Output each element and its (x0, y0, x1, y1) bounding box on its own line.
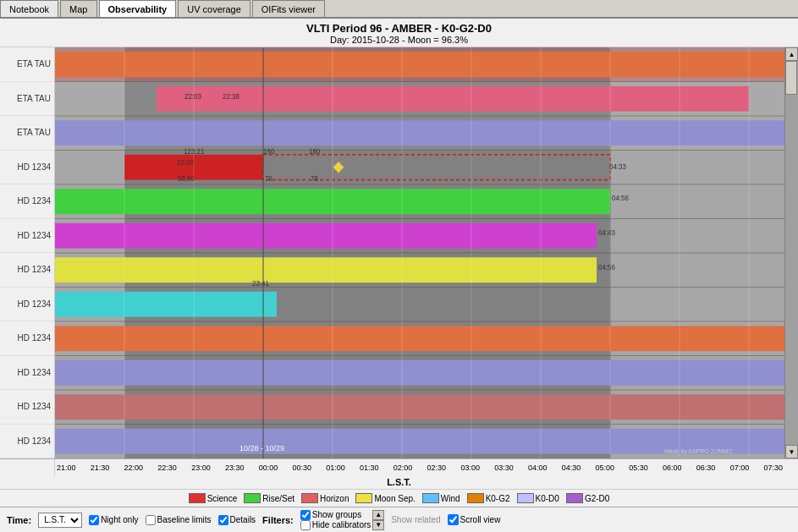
filter-up-button[interactable]: ▲ (372, 510, 384, 520)
svg-text:04:56: 04:56 (598, 264, 615, 271)
filter-scroll-buttons: ▲ ▼ (372, 510, 384, 530)
details-checkbox-item[interactable]: Details (218, 515, 256, 525)
tab-observability[interactable]: Observability (99, 0, 177, 17)
scroll-track (785, 61, 798, 445)
legend-k0d0-box (517, 493, 534, 503)
svg-text:58,60: 58,60 (178, 175, 195, 183)
scroll-view-item[interactable]: Scroll view (448, 514, 501, 525)
svg-text:22:03: 22:03 (184, 93, 201, 101)
svg-text:10/28 - 10/29: 10/28 - 10/29 (239, 444, 284, 452)
y-label-8: HD 1234 (0, 321, 54, 356)
legend-k0g2-box (467, 493, 484, 503)
scroll-view-checkbox[interactable] (448, 514, 459, 525)
title-area: VLTI Period 96 - AMBER - K0-G2-D0 Day: 2… (0, 19, 798, 47)
svg-rect-30 (55, 292, 277, 317)
y-label-5: HD 1234 (0, 219, 54, 254)
tab-uv-coverage[interactable]: UV coverage (178, 0, 250, 17)
title-line2: Day: 2015-10-28 - Moon = 96.3% (0, 35, 798, 45)
time-select[interactable]: L.S.T. U.T. (38, 513, 82, 528)
night-only-checkbox-item[interactable]: Night only (89, 515, 138, 525)
main-panel: VLTI Period 96 - AMBER - K0-G2-D0 Day: 2… (0, 19, 798, 532)
svg-rect-27 (55, 257, 597, 282)
x-axis-container: 21:00 21:30 22:00 22:30 23:00 23:30 00:0… (0, 458, 798, 475)
legend-riseset-box (244, 493, 261, 503)
title-line1: VLTI Period 96 - AMBER - K0-G2-D0 (0, 22, 798, 35)
legend-science: Science (189, 493, 238, 503)
y-label-3: HD 1234 (0, 151, 54, 185)
tab-map[interactable]: Map (60, 0, 96, 17)
legend: Science Rise/Set Horizon Moon Sep. Wind … (0, 489, 798, 507)
legend-g2d0: G2-D0 (566, 493, 609, 503)
y-label-1: ETA TAU (0, 82, 54, 117)
hide-calibrators-item[interactable]: Hide calibrators (300, 520, 371, 530)
y-label-2: ETA TAU (0, 116, 54, 151)
svg-text:22:38: 22:38 (223, 93, 239, 101)
chart-svg: 123,21 150 180 58,60 76 78 04:33 22:00 0… (55, 47, 784, 458)
legend-riseset: Rise/Set (244, 493, 294, 503)
svg-rect-5 (157, 86, 749, 112)
hide-calibrators-checkbox[interactable] (300, 520, 311, 530)
baseline-limits-label: Baseline limits (157, 515, 212, 524)
svg-rect-33 (55, 326, 784, 351)
y-label-6: HD 1234 (0, 253, 54, 288)
bottom-bar: Time: L.S.T. U.T. Night only Baseline li… (0, 507, 798, 532)
scroll-down-button[interactable]: ▼ (785, 445, 798, 458)
y-label-4: HD 1234 (0, 184, 54, 219)
legend-k0d0: K0-D0 (517, 493, 559, 503)
svg-text:Made by ASPRO 2/JMMC: Made by ASPRO 2/JMMC (664, 447, 733, 454)
scroll-thumb[interactable] (785, 61, 797, 95)
y-label-0: ETA TAU (0, 47, 54, 82)
y-label-10: HD 1234 (0, 390, 54, 425)
scroll-up-button[interactable]: ▲ (785, 47, 798, 61)
svg-text:123,21: 123,21 (184, 148, 205, 156)
tab-notebook[interactable]: Notebook (0, 0, 58, 17)
svg-text:22:00: 22:00 (177, 158, 194, 166)
svg-rect-37 (55, 394, 784, 420)
legend-horizon-box (301, 493, 318, 503)
baseline-limits-checkbox-item[interactable]: Baseline limits (146, 515, 212, 525)
svg-rect-3 (55, 52, 784, 77)
time-dropdown[interactable]: L.S.T. U.T. (38, 513, 82, 528)
svg-rect-24 (55, 223, 597, 249)
time-label: Time: (7, 515, 31, 525)
y-axis: ETA TAU ETA TAU ETA TAU HD 1234 HD 1234 … (0, 47, 55, 458)
svg-text:150: 150 (263, 148, 275, 156)
filter-down-button[interactable]: ▼ (372, 520, 384, 530)
legend-wind: Wind (422, 493, 460, 503)
svg-rect-35 (55, 360, 784, 386)
details-label: Details (230, 515, 256, 524)
legend-science-box (189, 493, 206, 503)
filters-label: Filters: (262, 515, 294, 525)
filter-options: Show groups Hide calibrators (300, 510, 371, 530)
svg-text:23:41: 23:41 (252, 280, 269, 288)
show-groups-item[interactable]: Show groups (300, 510, 371, 520)
chart-area[interactable]: 123,21 150 180 58,60 76 78 04:33 22:00 0… (55, 47, 784, 458)
x-axis: 21:00 21:30 22:00 22:30 23:00 23:30 00:0… (55, 459, 784, 475)
svg-text:78: 78 (311, 175, 318, 183)
show-related-label: Show related (391, 515, 440, 524)
y-label-7: HD 1234 (0, 288, 54, 322)
details-checkbox[interactable] (218, 515, 228, 525)
legend-horizon: Horizon (301, 493, 349, 503)
x-axis-label: L.S.T. (0, 475, 798, 489)
svg-text:04:56: 04:56 (612, 195, 629, 202)
tab-oifits[interactable]: OIFits viewer (252, 0, 325, 17)
night-only-checkbox[interactable] (89, 515, 99, 525)
x-axis-spacer (0, 459, 55, 475)
show-groups-checkbox[interactable] (300, 510, 311, 520)
svg-text:04:33: 04:33 (609, 163, 626, 171)
svg-text:76: 76 (265, 175, 272, 183)
tab-bar: Notebook Map Observability UV coverage O… (0, 0, 798, 19)
chart-scrollbar[interactable]: ▲ ▼ (784, 47, 798, 458)
show-groups-label: Show groups (312, 510, 361, 519)
legend-wind-box (422, 493, 439, 503)
baseline-limits-checkbox[interactable] (146, 515, 156, 525)
night-only-label: Night only (101, 515, 138, 524)
hide-calibrators-label: Hide calibrators (312, 520, 371, 529)
svg-rect-7 (55, 120, 784, 145)
svg-text:180: 180 (309, 148, 321, 156)
svg-text:04:43: 04:43 (598, 228, 615, 236)
legend-g2d0-box (566, 493, 583, 503)
legend-moon-box (355, 493, 372, 503)
y-label-9: HD 1234 (0, 356, 54, 391)
